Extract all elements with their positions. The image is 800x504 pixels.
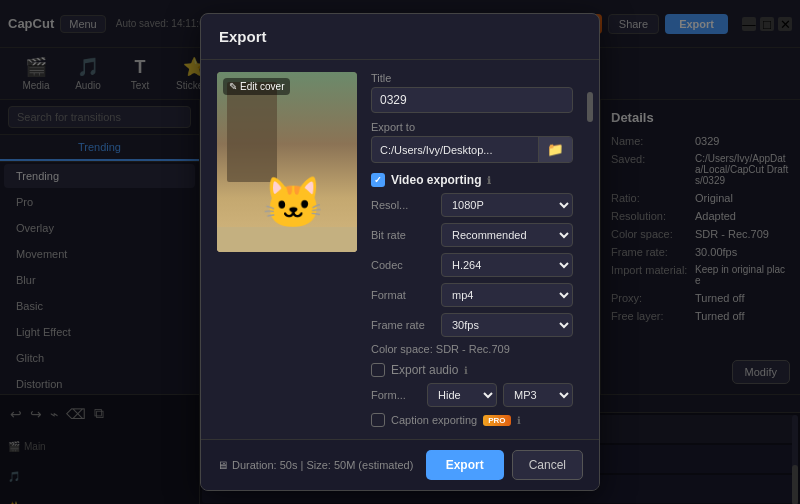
- export-to-input[interactable]: [372, 139, 538, 161]
- duration-text: Duration: 50s | Size: 50M (estimated): [232, 459, 413, 471]
- duration-icon: 🖥: [217, 459, 228, 471]
- footer-buttons: Export Cancel: [426, 450, 583, 480]
- audio-info-icon: ℹ: [464, 365, 468, 376]
- modal-title: Export: [201, 14, 599, 60]
- video-section-title: ✓ Video exporting ℹ: [371, 173, 573, 187]
- cancel-button[interactable]: Cancel: [512, 450, 583, 480]
- bit-rate-select[interactable]: Recommended Low High: [441, 223, 573, 247]
- modal-scrollbar-thumb[interactable]: [587, 92, 593, 122]
- frame-rate-row: Frame rate 30fps 24fps 60fps: [371, 313, 573, 337]
- duration-info: 🖥 Duration: 50s | Size: 50M (estimated): [217, 459, 413, 471]
- video-checkbox[interactable]: ✓: [371, 173, 385, 187]
- bit-rate-label: Bit rate: [371, 229, 441, 241]
- audio-mp3-select[interactable]: MP3 AAC: [503, 383, 573, 407]
- video-section-info-icon: ℹ: [487, 175, 491, 186]
- codec-select[interactable]: H.264 H.265: [441, 253, 573, 277]
- resol-select[interactable]: 1080P 720P 4K: [441, 193, 573, 217]
- export-button[interactable]: Export: [426, 450, 504, 480]
- title-row: Title: [371, 72, 573, 113]
- title-label: Title: [371, 72, 573, 84]
- edit-icon: ✎: [229, 81, 237, 92]
- format-select[interactable]: mp4 mov: [441, 283, 573, 307]
- audio-checkbox[interactable]: [371, 363, 385, 377]
- format-row: Format mp4 mov: [371, 283, 573, 307]
- audio-section-label: Export audio: [391, 363, 458, 377]
- caption-label: Caption exporting: [391, 414, 477, 426]
- modal-body: 🐱 ✎ ✎ Edit cover Edit cover Title: [201, 60, 599, 439]
- frame-rate-label: Frame rate: [371, 319, 441, 331]
- pro-badge: PRO: [483, 415, 510, 426]
- preview-image: 🐱 ✎ ✎ Edit cover Edit cover: [217, 72, 357, 252]
- modal-preview: 🐱 ✎ ✎ Edit cover Edit cover: [217, 72, 357, 427]
- title-input[interactable]: [371, 87, 573, 113]
- edit-cover-button[interactable]: ✎ ✎ Edit cover Edit cover: [223, 78, 290, 95]
- caption-row: Caption exporting PRO ℹ: [371, 413, 573, 427]
- codec-row: Codec H.264 H.265: [371, 253, 573, 277]
- export-modal: Export 🐱 ✎ ✎ Edit cover Edit cover: [200, 13, 600, 491]
- color-space-text: Color space: SDR - Rec.709: [371, 343, 573, 355]
- caption-checkbox[interactable]: [371, 413, 385, 427]
- browse-button[interactable]: 📁: [538, 137, 572, 162]
- audio-section-title: Export audio ℹ: [371, 363, 573, 377]
- modal-footer: 🖥 Duration: 50s | Size: 50M (estimated) …: [201, 439, 599, 490]
- frame-rate-select[interactable]: 30fps 24fps 60fps: [441, 313, 573, 337]
- caption-info-icon: ℹ: [517, 415, 521, 426]
- export-to-label: Export to: [371, 121, 573, 133]
- audio-hide-select[interactable]: Hide Show: [427, 383, 497, 407]
- audio-format-row: Form... Hide Show MP3 AAC: [371, 383, 573, 407]
- resol-label: Resol...: [371, 199, 441, 211]
- export-to-row: Export to 📁: [371, 121, 573, 163]
- video-section-label: Video exporting: [391, 173, 481, 187]
- bit-rate-row: Bit rate Recommended Low High: [371, 223, 573, 247]
- export-to-input-wrapper: 📁: [371, 136, 573, 163]
- codec-label: Codec: [371, 259, 441, 271]
- resol-row: Resol... 1080P 720P 4K: [371, 193, 573, 217]
- modal-form: Title Export to 📁 ✓ Video exporting ℹ: [371, 72, 573, 427]
- cat-preview: 🐱: [262, 174, 324, 232]
- audio-format-label: Form...: [371, 389, 421, 401]
- format-label: Format: [371, 289, 441, 301]
- modal-overlay: Export 🐱 ✎ ✎ Edit cover Edit cover: [0, 0, 800, 504]
